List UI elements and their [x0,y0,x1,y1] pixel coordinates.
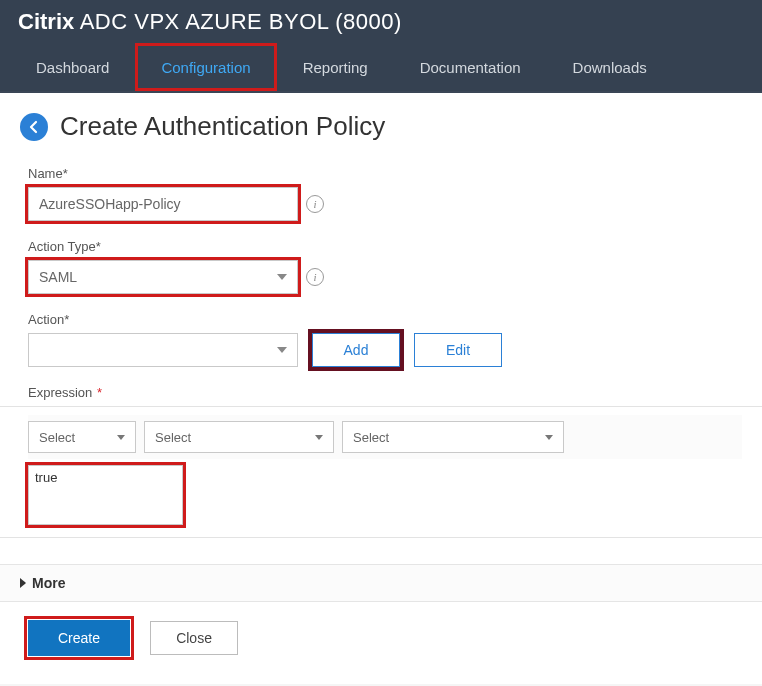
action-type-label: Action Type* [28,239,742,254]
nav-reporting[interactable]: Reporting [277,43,394,91]
expression-section: Select Select Select [0,406,762,538]
back-button[interactable] [20,113,48,141]
more-toggle[interactable]: More [0,564,762,602]
brand-title: Citrix ADC VPX AZURE BYOL (8000) [18,9,402,35]
expression-textarea[interactable] [28,465,183,525]
nav-downloads[interactable]: Downloads [547,43,673,91]
expr-select-1[interactable]: Select [28,421,136,453]
form: Name* i Action Type* SAML i Action* [20,166,742,400]
name-label: Name* [28,166,742,181]
nav-configuration[interactable]: Configuration [135,43,276,91]
name-input[interactable] [28,187,298,221]
action-select[interactable] [28,333,298,367]
chevron-down-icon [545,435,553,440]
chevron-down-icon [315,435,323,440]
expression-label: Expression * [28,385,742,400]
add-button[interactable]: Add [312,333,400,367]
chevron-down-icon [277,274,287,280]
expr-select-3[interactable]: Select [342,421,564,453]
close-button[interactable]: Close [150,621,238,655]
main-nav: Dashboard Configuration Reporting Docume… [0,43,762,93]
action-type-value: SAML [39,269,77,285]
more-label: More [32,575,65,591]
action-row: Action* Add Edit [28,312,742,367]
footer-buttons: Create Close [20,602,742,674]
action-type-select[interactable]: SAML [28,260,298,294]
expr-select-2[interactable]: Select [144,421,334,453]
create-highlight: Create [24,616,134,660]
page-header: Create Authentication Policy [20,111,742,142]
page-body: Create Authentication Policy Name* i Act… [0,93,762,684]
nav-documentation[interactable]: Documentation [394,43,547,91]
expression-select-row: Select Select Select [28,415,742,459]
page-title: Create Authentication Policy [60,111,385,142]
info-icon[interactable]: i [306,195,324,213]
create-button[interactable]: Create [28,620,130,656]
chevron-down-icon [117,435,125,440]
expr-select-3-label: Select [353,430,389,445]
arrow-left-icon [27,120,41,134]
edit-button[interactable]: Edit [414,333,502,367]
name-row: Name* i [28,166,742,221]
expr-select-2-label: Select [155,430,191,445]
caret-right-icon [20,578,26,588]
brand-bold: Citrix [18,9,74,34]
chevron-down-icon [277,347,287,353]
app-header: Citrix ADC VPX AZURE BYOL (8000) [0,0,762,43]
action-label: Action* [28,312,742,327]
expression-label-row: Expression * [28,385,742,400]
info-icon[interactable]: i [306,268,324,286]
action-type-row: Action Type* SAML i [28,239,742,294]
brand-rest: ADC VPX AZURE BYOL (8000) [74,9,402,34]
nav-dashboard[interactable]: Dashboard [10,43,135,91]
expr-select-1-label: Select [39,430,75,445]
